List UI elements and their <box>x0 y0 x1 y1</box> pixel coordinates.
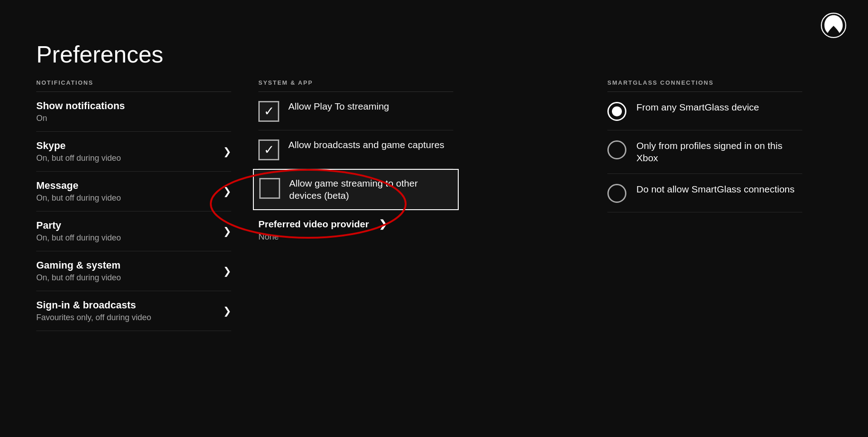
game-streaming-item[interactable]: Allow game streaming to other devices (b… <box>253 169 459 210</box>
skype-subtitle: On, but off during video <box>36 154 218 163</box>
smartglass-signed-profiles-label: Only from profiles signed in on this Xbo… <box>636 139 802 164</box>
show-notifications-item[interactable]: Show notifications On <box>36 92 231 132</box>
smartglass-section-header: SMARTGLASS CONNECTIONS <box>607 79 802 92</box>
video-provider-chevron-icon: ❯ <box>379 218 387 230</box>
show-notifications-title: Show notifications <box>36 100 231 112</box>
play-to-streaming-item[interactable]: ✓ Allow Play To streaming <box>258 92 453 130</box>
video-provider-value: None <box>258 232 453 242</box>
broadcasts-game-captures-checkbox[interactable]: ✓ <box>258 139 279 160</box>
xbox-logo <box>821 13 846 38</box>
party-title: Party <box>36 220 218 231</box>
signin-broadcasts-chevron-icon: ❯ <box>223 305 231 317</box>
broadcasts-game-captures-label: Allow broadcasts and game captures <box>288 139 444 151</box>
message-item[interactable]: Message On, but off during video ❯ <box>36 172 231 211</box>
skype-chevron-icon: ❯ <box>223 146 231 158</box>
skype-title: Skype <box>36 140 218 152</box>
system-app-section-header: SYSTEM & APP <box>258 79 453 92</box>
signin-broadcasts-title: Sign-in & broadcasts <box>36 299 218 311</box>
party-content: Party On, but off during video <box>36 220 218 243</box>
show-notifications-subtitle: On <box>36 114 231 123</box>
game-streaming-label: Allow game streaming to other devices (b… <box>289 177 452 202</box>
play-to-streaming-checkmark: ✓ <box>264 105 274 118</box>
show-notifications-content: Show notifications On <box>36 100 231 123</box>
message-subtitle: On, but off during video <box>36 193 218 203</box>
broadcasts-game-captures-checkmark: ✓ <box>264 144 274 156</box>
gaming-system-title: Gaming & system <box>36 259 218 271</box>
notifications-column: NOTIFICATIONS Show notifications On Skyp… <box>36 79 231 331</box>
broadcasts-game-captures-item[interactable]: ✓ Allow broadcasts and game captures <box>258 130 453 169</box>
signin-broadcasts-item[interactable]: Sign-in & broadcasts Favourites only, of… <box>36 291 231 331</box>
system-app-column: SYSTEM & APP ✓ Allow Play To streaming ✓… <box>258 79 453 331</box>
page-title: Preferences <box>36 41 163 68</box>
gaming-system-subtitle: On, but off during video <box>36 273 218 283</box>
party-item[interactable]: Party On, but off during video ❯ <box>36 211 231 251</box>
gaming-system-content: Gaming & system On, but off during video <box>36 259 218 283</box>
message-content: Message On, but off during video <box>36 180 218 203</box>
play-to-streaming-label: Allow Play To streaming <box>288 100 389 112</box>
signin-broadcasts-subtitle: Favourites only, off during video <box>36 313 218 322</box>
message-chevron-icon: ❯ <box>223 186 231 197</box>
video-provider-title: Preferred video provider ❯ <box>258 218 453 230</box>
smartglass-column: SMARTGLASS CONNECTIONS From any SmartGla… <box>607 79 802 331</box>
smartglass-no-connections-item[interactable]: Do not allow SmartGlass connections <box>607 174 802 212</box>
game-streaming-checkbox[interactable] <box>259 178 280 199</box>
smartglass-no-connections-radio[interactable] <box>607 184 626 203</box>
party-subtitle: On, but off during video <box>36 233 218 243</box>
smartglass-any-device-radio[interactable] <box>607 102 626 121</box>
smartglass-signed-profiles-radio[interactable] <box>607 140 626 159</box>
smartglass-any-device-label: From any SmartGlass device <box>636 101 759 113</box>
party-chevron-icon: ❯ <box>223 226 231 237</box>
message-title: Message <box>36 180 218 192</box>
smartglass-signed-profiles-item[interactable]: Only from profiles signed in on this Xbo… <box>607 130 802 174</box>
video-provider-section[interactable]: Preferred video provider ❯ None <box>258 210 453 245</box>
skype-content: Skype On, but off during video <box>36 140 218 163</box>
skype-item[interactable]: Skype On, but off during video ❯ <box>36 132 231 172</box>
gaming-system-chevron-icon: ❯ <box>223 265 231 277</box>
smartglass-any-device-item[interactable]: From any SmartGlass device <box>607 92 802 130</box>
signin-broadcasts-content: Sign-in & broadcasts Favourites only, of… <box>36 299 218 322</box>
smartglass-no-connections-label: Do not allow SmartGlass connections <box>636 183 795 195</box>
gaming-system-item[interactable]: Gaming & system On, but off during video… <box>36 251 231 291</box>
notifications-section-header: NOTIFICATIONS <box>36 79 231 92</box>
columns-container: NOTIFICATIONS Show notifications On Skyp… <box>36 79 834 331</box>
play-to-streaming-checkbox[interactable]: ✓ <box>258 101 279 122</box>
